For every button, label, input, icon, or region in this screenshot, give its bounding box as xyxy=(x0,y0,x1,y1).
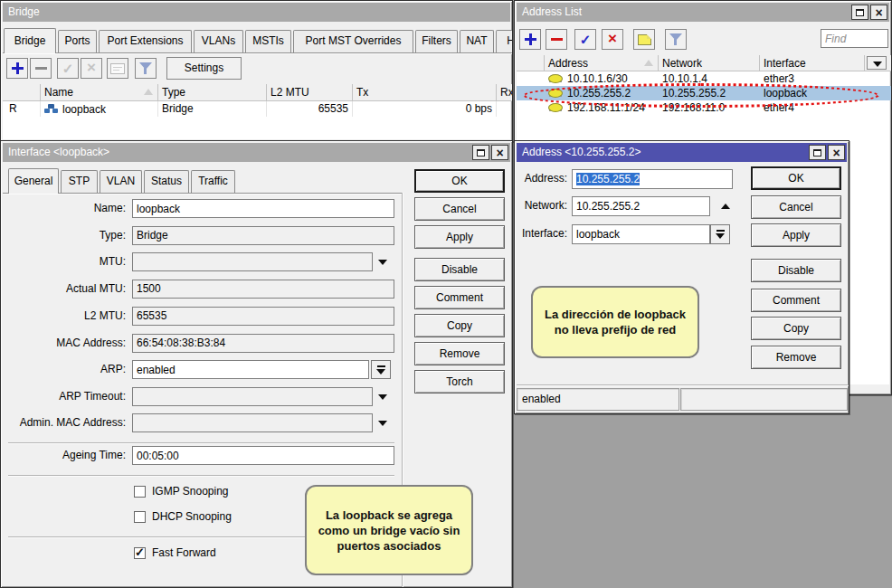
address-icon xyxy=(548,74,563,83)
cancel-button[interactable]: Cancel xyxy=(751,195,841,219)
name-field[interactable] xyxy=(132,199,394,218)
tab-bridge[interactable]: Bridge xyxy=(4,28,56,53)
apply-button[interactable]: Apply xyxy=(751,223,841,247)
tab-nat[interactable]: NAT xyxy=(460,30,494,52)
remove-address-button[interactable] xyxy=(546,29,567,50)
arp-timeout-dropdown-icon[interactable] xyxy=(378,394,387,400)
interface-field[interactable] xyxy=(572,224,710,244)
mtu-dropdown-icon[interactable] xyxy=(378,260,387,265)
row-l2mtu: 65535 xyxy=(267,101,353,117)
comment-card-icon xyxy=(110,63,125,74)
tab-ports[interactable]: Ports xyxy=(58,30,97,52)
disable-button[interactable]: Disable xyxy=(751,259,841,282)
add-bridge-button[interactable] xyxy=(6,58,28,79)
admin-mac-dropdown-icon[interactable] xyxy=(378,421,387,426)
tab-port-mst-overrides[interactable]: Port MST Overrides xyxy=(293,30,413,52)
interface-dialog-titlebar[interactable]: Interface <loopback> xyxy=(3,143,510,162)
find-input[interactable] xyxy=(821,29,888,48)
bridge-col-rx[interactable]: Rx xyxy=(497,84,512,101)
address-field[interactable]: 10.255.255.2 xyxy=(572,169,733,189)
bridge-col-l2mtu[interactable]: L2 MTU xyxy=(267,84,353,101)
filter-address-button[interactable] xyxy=(665,29,687,50)
bridge-titlebar[interactable]: Bridge xyxy=(3,3,510,22)
ok-button[interactable]: OK xyxy=(751,166,841,190)
fast-forward-checkbox[interactable] xyxy=(134,547,146,559)
add-address-button[interactable] xyxy=(519,29,541,50)
tab-status[interactable]: Status xyxy=(144,170,189,193)
tab-port-extensions[interactable]: Port Extensions xyxy=(99,30,192,52)
dhcp-snooping-checkbox[interactable] xyxy=(134,511,146,523)
ageing-time-field[interactable] xyxy=(132,446,394,465)
bridge-col-tx[interactable]: Tx xyxy=(353,84,497,101)
address-dialog-titlebar[interactable]: Address <10.255.255.2> xyxy=(517,143,847,162)
tab-stp[interactable]: STP xyxy=(61,170,98,193)
address-icon xyxy=(548,103,563,112)
minus-icon xyxy=(551,38,563,41)
tab-general[interactable]: General xyxy=(8,168,59,194)
bridge-col-flags xyxy=(3,84,41,101)
tab-vlan[interactable]: VLAN xyxy=(100,170,142,193)
network-up-icon[interactable] xyxy=(721,204,730,209)
copy-button[interactable]: Copy xyxy=(414,314,505,337)
torch-button[interactable]: Torch xyxy=(414,370,505,394)
addr-col-interface[interactable]: Interface xyxy=(760,55,865,71)
tab-hosts[interactable]: Ho xyxy=(496,30,513,52)
plus-icon xyxy=(12,62,24,74)
enable-bridge-button[interactable]: ✓ xyxy=(57,58,79,79)
admin-mac-field xyxy=(132,413,373,432)
network-label: Network: xyxy=(515,196,567,215)
tab-traffic[interactable]: Traffic xyxy=(191,170,235,193)
interface-dialog: Interface <loopback> × General STP VLAN … xyxy=(0,140,513,588)
funnel-icon xyxy=(138,62,153,74)
arp-field[interactable] xyxy=(132,360,369,379)
x-icon: × xyxy=(87,62,96,73)
remove-button[interactable]: Remove xyxy=(751,346,841,369)
maximize-button[interactable] xyxy=(809,145,826,160)
cancel-button[interactable]: Cancel xyxy=(414,197,505,221)
bridge-window-title: Bridge xyxy=(8,5,40,18)
settings-button[interactable]: Settings xyxy=(166,57,242,80)
addr-col-address[interactable]: Address xyxy=(545,55,659,71)
column-select-button[interactable] xyxy=(867,56,887,70)
close-button[interactable]: × xyxy=(491,145,508,160)
copy-button[interactable]: Copy xyxy=(751,317,841,340)
ok-button[interactable]: OK xyxy=(414,169,505,193)
bridge-table-row[interactable]: R loopback Bridge 65535 0 bps xyxy=(3,101,512,117)
maximize-icon xyxy=(477,149,485,156)
address-list-titlebar[interactable]: Address List xyxy=(517,3,889,22)
bridge-col-name[interactable]: Name xyxy=(41,84,158,101)
comment-button[interactable]: Comment xyxy=(751,289,841,312)
disable-address-button[interactable]: × xyxy=(602,29,623,50)
mac-address-field: 66:54:08:38:B3:84 xyxy=(132,334,394,353)
comment-button[interactable]: Comment xyxy=(414,286,505,309)
arp-timeout-field xyxy=(132,387,373,406)
tab-mstis[interactable]: MSTIs xyxy=(245,30,291,52)
disable-bridge-button[interactable]: × xyxy=(81,58,102,79)
close-button[interactable]: × xyxy=(870,5,887,20)
tab-filters[interactable]: Filters xyxy=(415,30,458,52)
maximize-button[interactable] xyxy=(851,5,868,20)
apply-button[interactable]: Apply xyxy=(414,225,505,249)
plus-icon xyxy=(525,33,536,45)
igmp-snooping-checkbox[interactable] xyxy=(134,486,146,498)
addr-col-network[interactable]: Network xyxy=(659,55,760,71)
bridge-interface-icon xyxy=(44,104,58,114)
maximize-button[interactable] xyxy=(472,145,489,160)
interface-label: Interface: xyxy=(515,224,567,243)
remove-button[interactable]: Remove xyxy=(414,342,505,365)
interface-combo-button[interactable] xyxy=(710,224,730,244)
arp-combo-button[interactable] xyxy=(371,360,391,379)
network-field[interactable] xyxy=(572,196,710,216)
enable-address-button[interactable]: ✓ xyxy=(574,29,596,50)
row-tx: 0 bps xyxy=(353,101,497,117)
disable-button[interactable]: Disable xyxy=(414,258,505,281)
comment-bridge-button[interactable] xyxy=(107,58,128,79)
dhcp-snooping-label: DHCP Snooping xyxy=(152,510,232,523)
close-button[interactable]: × xyxy=(828,145,845,160)
row-rx xyxy=(497,101,512,117)
comment-address-button[interactable] xyxy=(633,29,655,50)
filter-bridge-button[interactable] xyxy=(135,58,157,79)
bridge-col-type[interactable]: Type xyxy=(158,84,267,101)
remove-bridge-button[interactable] xyxy=(30,58,52,79)
tab-vlans[interactable]: VLANs xyxy=(194,30,243,52)
